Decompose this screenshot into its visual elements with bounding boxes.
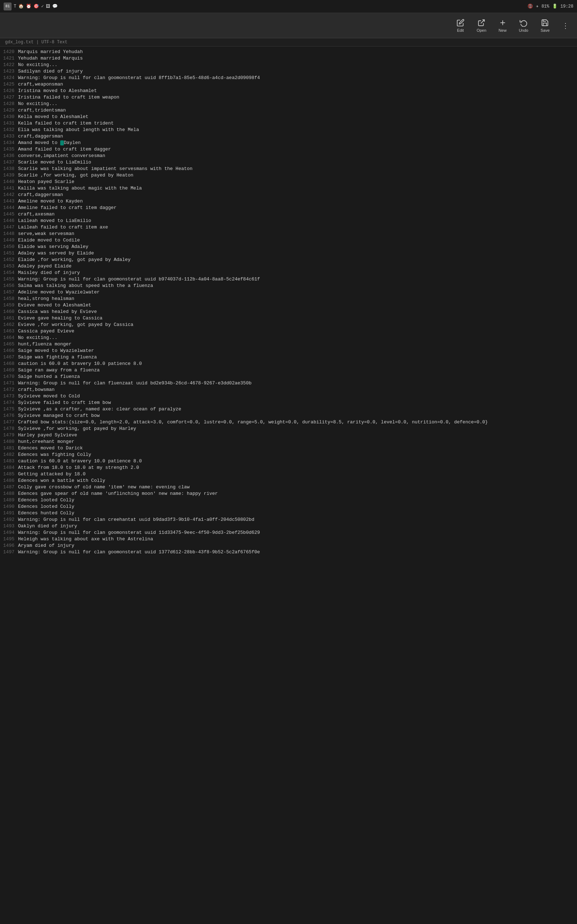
log-line: 1484Attack from 18.0 to 18.0 at my stren…	[0, 465, 577, 471]
line-number: 1459	[0, 302, 18, 309]
line-content: Heleigh was talking about axe with the A…	[18, 536, 577, 543]
save-label: Save	[541, 28, 550, 32]
line-number: 1438	[0, 166, 18, 172]
log-line: 1481Edences moved to Darick	[0, 445, 577, 452]
log-line: 1441Kalila was talking about magic with …	[0, 185, 577, 192]
line-content: Ameline moved to Kayden	[18, 198, 577, 205]
log-line: 1431Kella failed to craft item trident	[0, 120, 577, 127]
log-content[interactable]: 1420Marquis married Yehudah1421Yehudah m…	[0, 47, 577, 558]
line-content: Sylvieve moved to Cold	[18, 393, 577, 399]
log-line: 1440Heaton payed Scarlie	[0, 179, 577, 185]
line-number: 1457	[0, 289, 18, 296]
line-content: Edences was fighting Colly	[18, 452, 577, 458]
line-content: Laileah moved to LiaEmilio	[18, 218, 577, 224]
line-content: Warning: Group is null for clan goomonst…	[18, 530, 577, 536]
line-content: Warning: Group is null for clan goomonst…	[18, 75, 577, 81]
line-content: Adaley payed Elaide	[18, 263, 577, 270]
log-line: 1464No exciting...	[0, 334, 577, 341]
line-content: Warning: Group is null for clan creehant…	[18, 517, 577, 523]
log-line: 1483caution is 60.0 at bravery 10.0 pati…	[0, 458, 577, 465]
log-line: 1457Adeline moved to Wyazielwater	[0, 289, 577, 296]
log-line: 1439Scarlie ,for working, got payed by H…	[0, 172, 577, 179]
open-label: Open	[477, 28, 487, 32]
line-content: No exciting...	[18, 62, 577, 68]
log-line: 1425craft,weaponsman	[0, 81, 577, 88]
line-content: Elaide was serving Adaley	[18, 244, 577, 250]
line-number: 1436	[0, 153, 18, 159]
line-number: 1439	[0, 172, 18, 179]
log-line: 1479Harley payed Sylvieve	[0, 432, 577, 439]
line-content: converse,impatient conversesman	[18, 153, 577, 159]
edit-button[interactable]: Edit	[454, 17, 467, 34]
line-content: Aryam died of injury	[18, 543, 577, 549]
line-number: 1495	[0, 536, 18, 543]
log-line: 1468caution is 60.0 at bravery 10.0 pati…	[0, 360, 577, 367]
line-content: Edences gave spear of old name 'unflinch…	[18, 491, 577, 497]
line-number: 1431	[0, 120, 18, 127]
toolbar: Edit Open New Undo Save ⋮	[0, 13, 577, 38]
log-line: 1487Colly gave crossbow of old name 'ite…	[0, 484, 577, 491]
undo-button[interactable]: Undo	[516, 17, 531, 34]
log-line: 1459Evieve moved to Aleshamlet	[0, 302, 577, 309]
log-line: 1476Sylvieve managed to craft bow	[0, 412, 577, 419]
line-number: 1454	[0, 270, 18, 276]
log-line: 1453Adaley payed Elaide	[0, 263, 577, 270]
line-content: Elaide moved to Codile	[18, 237, 577, 244]
line-content: Adeline moved to Wyazielwater	[18, 289, 577, 296]
line-content: Edences looted Colly	[18, 504, 577, 510]
line-content: Sylvieve ,for working, got payed by Harl…	[18, 426, 577, 432]
log-line: 1474Sylvieve failed to craft item bow	[0, 399, 577, 406]
line-content: Yehudah married Marquis	[18, 55, 577, 62]
log-line: 1447Laileah failed to craft item axe	[0, 224, 577, 231]
new-button[interactable]: New	[496, 17, 509, 34]
line-content: Scarlie ,for working, got payed by Heato…	[18, 172, 577, 179]
line-number: 1493	[0, 523, 18, 530]
line-content: craft,daggersman	[18, 192, 577, 198]
line-number: 1456	[0, 283, 18, 289]
line-number: 1423	[0, 68, 18, 75]
line-content: Marquis married Yehudah	[18, 49, 577, 55]
save-button[interactable]: Save	[538, 17, 553, 34]
log-line: 1477Crafted bow stats:{size=0.0, length=…	[0, 419, 577, 426]
line-number: 1475	[0, 406, 18, 412]
text-cursor	[60, 141, 64, 145]
status-icon-wechat: 💬	[52, 3, 58, 9]
line-number: 1494	[0, 530, 18, 536]
log-line: 1470Saige hunted a fluenza	[0, 373, 577, 380]
log-line: 1456Salma was talking about speed with t…	[0, 283, 577, 289]
line-number: 1433	[0, 133, 18, 140]
line-number: 1496	[0, 543, 18, 549]
line-number: 1458	[0, 296, 18, 302]
line-number: 1471	[0, 380, 18, 386]
log-line: 1449Elaide moved to Codile	[0, 237, 577, 244]
log-line: 1478Sylvieve ,for working, got payed by …	[0, 426, 577, 432]
line-content: No exciting...	[18, 101, 577, 107]
line-number: 1451	[0, 250, 18, 257]
line-number: 1442	[0, 192, 18, 198]
line-content: Evieve ,for working, got payed by Cassic…	[18, 321, 577, 328]
log-line: 1421Yehudah married Marquis	[0, 55, 577, 62]
open-button[interactable]: Open	[474, 17, 489, 34]
log-line: 1491Edences hunted Colly	[0, 510, 577, 517]
undo-label: Undo	[519, 28, 528, 32]
log-line: 1437Scarlie moved to LiaEmilio	[0, 159, 577, 166]
log-line: 1492Warning: Group is null for clan cree…	[0, 517, 577, 523]
log-line: 1433craft,daggersman	[0, 133, 577, 140]
line-content: Warning: Group is null for clan fluenzaa…	[18, 380, 577, 386]
line-content: Iristina moved to Aleshamlet	[18, 88, 577, 94]
log-line: 1448serve,weak servesman	[0, 231, 577, 237]
line-number: 1427	[0, 94, 18, 101]
log-line: 1442craft,daggersman	[0, 192, 577, 198]
line-content: Cassica was healed by Evieve	[18, 309, 577, 315]
status-icon-h: 🏠	[18, 3, 24, 9]
line-number: 1474	[0, 399, 18, 406]
status-right: 📵 ✈ 81% 🔋 19:28	[528, 3, 574, 9]
more-button[interactable]: ⋮	[559, 20, 572, 31]
line-number: 1463	[0, 328, 18, 334]
log-line: 1443Ameline moved to Kayden	[0, 198, 577, 205]
line-number: 1461	[0, 315, 18, 321]
line-content: craft,weaponsman	[18, 81, 577, 88]
log-line: 1486Edences won a battle with Colly	[0, 478, 577, 484]
line-number: 1469	[0, 367, 18, 373]
line-content: Sadilyan died of injury	[18, 68, 577, 75]
